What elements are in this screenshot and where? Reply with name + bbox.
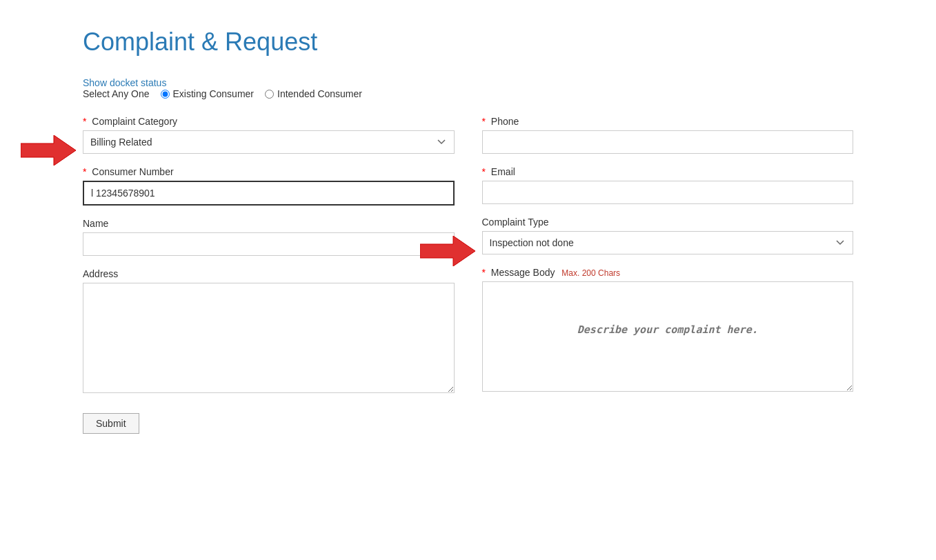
complaint-category-label: * Complaint Category xyxy=(83,116,455,127)
required-star-email: * xyxy=(482,166,486,177)
complaint-category-group: * Complaint Category Billing Related Tec… xyxy=(83,116,455,154)
max-chars-label: Max. 200 Chars xyxy=(561,268,620,278)
phone-label: * Phone xyxy=(482,116,854,127)
name-group: Name xyxy=(83,218,455,256)
required-star-phone: * xyxy=(482,116,486,127)
message-body-label: * Message Body Max. 200 Chars xyxy=(482,267,854,278)
required-star-consumer: * xyxy=(83,166,86,177)
required-star-message: * xyxy=(482,267,486,278)
intended-consumer-radio[interactable] xyxy=(265,90,274,99)
show-docket-link[interactable]: Show docket status xyxy=(83,77,166,88)
email-group: * Email xyxy=(482,166,854,204)
complaint-type-label: Complaint Type xyxy=(482,217,854,228)
form-layout: * Complaint Category Billing Related Tec… xyxy=(83,116,853,434)
name-label: Name xyxy=(83,218,455,229)
existing-consumer-radio[interactable] xyxy=(161,90,170,99)
required-star: * xyxy=(83,116,86,127)
complaint-category-select[interactable]: Billing Related Technical Service Other xyxy=(83,130,455,154)
intended-consumer-label: Intended Consumer xyxy=(277,88,362,99)
message-body-textarea[interactable] xyxy=(482,281,854,392)
address-group: Address xyxy=(83,268,455,395)
select-any-one-label: Select Any One xyxy=(83,88,150,99)
consumer-number-label: * Consumer Number xyxy=(83,166,455,177)
address-textarea[interactable] xyxy=(83,283,455,393)
consumer-number-group: * Consumer Number xyxy=(83,166,455,206)
name-input[interactable] xyxy=(83,232,455,256)
submit-button[interactable]: Submit xyxy=(83,413,139,434)
phone-input[interactable] xyxy=(482,130,854,154)
consumer-number-input[interactable] xyxy=(83,181,455,206)
left-column: * Complaint Category Billing Related Tec… xyxy=(83,116,455,434)
page-title: Complaint & Request xyxy=(83,28,853,57)
complaint-type-group: Complaint Type Inspection not done Wrong… xyxy=(482,217,854,254)
intended-consumer-radio-label[interactable]: Intended Consumer xyxy=(265,88,362,99)
right-column: * Phone * Email Complaint Type xyxy=(482,116,854,434)
consumer-type-radio-group: Select Any One Existing Consumer Intende… xyxy=(83,88,853,99)
email-label: * Email xyxy=(482,166,854,177)
phone-group: * Phone xyxy=(482,116,854,154)
left-arrow-annotation xyxy=(21,135,76,166)
existing-consumer-radio-label[interactable]: Existing Consumer xyxy=(161,88,255,99)
message-body-group: * Message Body Max. 200 Chars xyxy=(482,267,854,394)
svg-marker-1 xyxy=(21,135,76,166)
existing-consumer-label: Existing Consumer xyxy=(173,88,255,99)
address-label: Address xyxy=(83,268,455,279)
email-input[interactable] xyxy=(482,181,854,204)
complaint-type-select[interactable]: Inspection not done Wrong Bill No Supply… xyxy=(482,231,854,254)
